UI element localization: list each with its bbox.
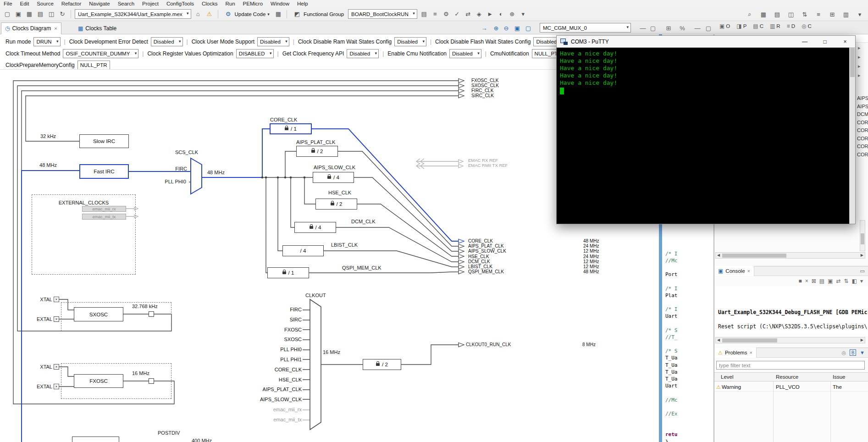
postdiv-box[interactable]: [72, 436, 119, 442]
console-tool-icon[interactable]: ◧: [852, 278, 857, 284]
minimize-icon[interactable]: —: [693, 23, 702, 33]
toolbar-icon[interactable]: ≡: [814, 10, 823, 19]
toolbar-icon[interactable]: ▤: [420, 10, 429, 19]
setting-value-dropdown[interactable]: DRUN: [33, 37, 60, 46]
menu-item[interactable]: Clocks: [202, 1, 218, 6]
filter-funnel-icon[interactable]: ▼: [860, 350, 865, 355]
toolbar-icon[interactable]: ▦: [25, 10, 34, 19]
toolbar-icon[interactable]: ⌕: [745, 10, 754, 19]
sxosc-extal-checkbox[interactable]: [54, 316, 59, 322]
problem-row[interactable]: ⚠ Warning PLL_VCO The: [714, 383, 868, 392]
clock-list-vscrollbar[interactable]: [860, 220, 865, 251]
view-stack-item[interactable]: ▤ C: [753, 23, 763, 29]
functional-group-combo[interactable]: BOARD_BootClockRUN ▾: [348, 9, 417, 19]
menu-item[interactable]: Project: [142, 1, 159, 6]
column-level[interactable]: Level: [721, 374, 734, 380]
menu-item[interactable]: Run: [226, 1, 235, 6]
b-filter-icon[interactable]: B: [850, 349, 856, 356]
tab-clocks-table[interactable]: ▦ Clocks Table: [74, 22, 120, 34]
scroll-right-icon[interactable]: ▶: [861, 338, 863, 342]
minimize-button[interactable]: —: [795, 36, 815, 47]
toolbar-icon[interactable]: ◫: [47, 10, 56, 19]
setting-value-dropdown[interactable]: Disabled: [257, 37, 289, 46]
console-tool-icon[interactable]: ▣: [828, 278, 833, 284]
mex-file-combo[interactable]: Uart_Example_S32K344/Uart_Example.mex ▾: [75, 9, 191, 19]
slow-irc-box[interactable]: Slow IRC: [79, 134, 129, 148]
mux-select-combo[interactable]: MC_CGM_MUX_0 ▾: [540, 23, 631, 33]
menu-item[interactable]: Window: [271, 1, 289, 6]
toolbar-icon[interactable]: ◫: [786, 10, 796, 19]
sxosc-output-pin[interactable]: [149, 311, 154, 317]
full-screen-icon[interactable]: ▢: [524, 23, 533, 33]
console-tool-icon[interactable]: ▾: [860, 278, 863, 284]
toolbar-icon[interactable]: ◐: [497, 10, 506, 19]
view-stack-item[interactable]: ▥ R: [770, 23, 780, 29]
toolbar-icon[interactable]: ⚙: [442, 10, 451, 19]
update-code-button[interactable]: ⚙ Update Code ▾: [222, 9, 271, 19]
toolbar-icon[interactable]: ◈: [475, 10, 484, 19]
dcm-clk-divider[interactable]: / 4: [294, 222, 336, 233]
view-stack-item[interactable]: ▣ O: [719, 23, 730, 29]
percent-icon[interactable]: %: [678, 23, 687, 33]
fxosc-box[interactable]: FXOSC: [74, 374, 123, 388]
sxosc-box[interactable]: SXOSC: [74, 307, 123, 321]
toolbar-icon[interactable]: ≡: [431, 10, 440, 19]
toolbar-icon[interactable]: ►: [486, 10, 495, 19]
view-stack-item[interactable]: ≡ D: [787, 23, 795, 29]
close-button[interactable]: ×: [835, 36, 855, 47]
core-clk-divider[interactable]: / 1: [270, 123, 312, 134]
toolbar-icon[interactable]: ▢: [3, 10, 12, 19]
setting-value-dropdown[interactable]: Disabled: [394, 37, 426, 46]
scroll-right-icon[interactable]: ▶: [861, 253, 863, 257]
close-icon[interactable]: [53, 25, 57, 32]
emac-mii-tx-item[interactable]: emac_mii_tx: [82, 214, 126, 220]
menu-item[interactable]: Edit: [20, 1, 29, 6]
aips-slow-clk-divider[interactable]: / 4: [313, 172, 354, 183]
qspi-mem-clk-divider[interactable]: / 1: [267, 267, 309, 278]
home-icon[interactable]: ⌂: [194, 10, 203, 19]
console-tool-icon[interactable]: ⇄: [836, 278, 841, 284]
menu-item[interactable]: Source: [37, 1, 53, 6]
toolbar-icon[interactable]: ⊞: [828, 10, 837, 19]
toolbar-icon[interactable]: ▾: [855, 10, 864, 19]
fxosc-output-pin[interactable]: [149, 378, 154, 384]
arrow-icon[interactable]: →: [480, 23, 489, 33]
zoom-out-icon[interactable]: ⊖: [502, 23, 511, 33]
scroll-left-icon[interactable]: ◀: [717, 253, 720, 257]
maximize-button[interactable]: □: [815, 36, 835, 47]
toolbar-icon[interactable]: ⊕: [508, 10, 517, 19]
toolbar-icon[interactable]: ▥: [841, 10, 851, 19]
close-icon[interactable]: [747, 268, 750, 274]
terminal-output[interactable]: Have a nice day!Have a nice day!Have a n…: [557, 48, 855, 224]
column-resource[interactable]: Resource: [776, 374, 798, 380]
setting-value-dropdown[interactable]: OSIF_COUNTER_DUMMY: [63, 49, 138, 58]
lbist-clk-divider[interactable]: / 4: [282, 245, 324, 256]
restore-icon[interactable]: ▢: [704, 23, 713, 33]
zoom-in-icon[interactable]: ⊕: [492, 23, 501, 33]
menu-item[interactable]: Refactor: [61, 1, 81, 6]
menu-item[interactable]: ConfigTools: [166, 1, 194, 6]
lightbulb-icon[interactable]: ◎: [842, 350, 846, 356]
console-tool-icon[interactable]: ⊠: [812, 278, 816, 284]
terminal-scrollbar[interactable]: [849, 48, 855, 224]
toolbar-icon[interactable]: ▾: [519, 10, 528, 19]
column-issue[interactable]: Issue: [833, 374, 846, 380]
setting-value-box[interactable]: NULL_PTR: [77, 61, 110, 70]
aips-plat-clk-divider[interactable]: / 2: [296, 146, 338, 157]
clkout-divider[interactable]: / 2: [363, 359, 401, 370]
menu-item[interactable]: File: [4, 1, 12, 6]
scroll-left-icon[interactable]: ◀: [717, 338, 720, 342]
fit-screen-icon[interactable]: ▣: [513, 23, 522, 33]
menu-item[interactable]: Search: [118, 1, 134, 6]
setting-value-dropdown[interactable]: Disabled: [347, 49, 379, 58]
putty-title-bar[interactable]: COM3 - PuTTY — □ ×: [557, 36, 855, 48]
toolbar-icon[interactable]: ⇄: [464, 10, 473, 19]
toolbar-icon[interactable]: ↻: [58, 10, 67, 19]
console-output[interactable]: Uart_Example_S32K344_Debug_FLASH_PNE [GD…: [714, 286, 868, 336]
maximize-view-icon[interactable]: ▢: [648, 23, 658, 33]
view-stack-item[interactable]: ◨ P: [736, 23, 746, 29]
tab-clocks-diagram[interactable]: ◷ Clocks Diagram: [1, 22, 61, 34]
tab-problems[interactable]: ⚠ Problems: [714, 348, 757, 358]
menu-item[interactable]: Help: [297, 1, 308, 6]
warning-icon[interactable]: ⚠: [205, 10, 214, 19]
